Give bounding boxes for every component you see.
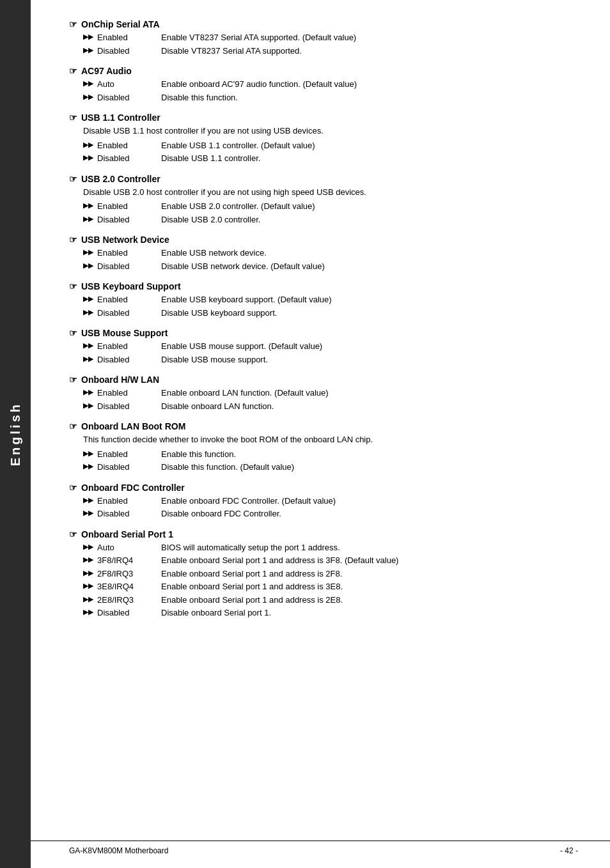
option-key: Disabled	[97, 508, 161, 520]
arrow-icon: ☞	[69, 281, 77, 291]
option-key: Disabled	[97, 152, 161, 165]
option-bullet-icon: ▶▶	[83, 340, 93, 351]
option-key: Enabled	[97, 340, 161, 353]
option-list: ▶▶AutoBIOS will automatically setup the …	[83, 541, 578, 619]
option-item: ▶▶EnabledEnable this function.	[83, 448, 578, 461]
section-title-text: USB Mouse Support	[81, 328, 168, 338]
option-bullet-icon: ▶▶	[83, 293, 93, 304]
option-key: 3E8/IRQ4	[97, 580, 161, 593]
arrow-icon: ☞	[69, 112, 77, 123]
option-description: Disable onboard Serial port 1.	[161, 607, 578, 619]
section-title-usb-mouse-support: ☞USB Mouse Support	[69, 328, 578, 338]
option-bullet-icon: ▶▶	[83, 568, 93, 578]
option-key: Auto	[97, 541, 161, 554]
option-item: ▶▶DisabledDisable onboard FDC Controller…	[83, 508, 578, 520]
option-item: ▶▶EnabledEnable onboard FDC Controller. …	[83, 495, 578, 508]
option-bullet-icon: ▶▶	[83, 78, 93, 89]
sidebar-label: English	[8, 402, 23, 466]
option-list: ▶▶EnabledEnable this function.▶▶Disabled…	[83, 448, 578, 474]
option-bullet-icon: ▶▶	[83, 387, 93, 398]
option-description: Enable USB 1.1 controller. (Default valu…	[161, 139, 578, 152]
option-item: ▶▶DisabledDisable this function. (Defaul…	[83, 461, 578, 474]
option-description: Disable onboard FDC Controller.	[161, 508, 578, 520]
footer: GA-K8VM800M Motherboard - 42 -	[31, 841, 610, 855]
option-bullet-icon: ▶▶	[83, 508, 93, 518]
option-description: Enable onboard Serial port 1 and address…	[161, 594, 578, 607]
option-item: ▶▶3F8/IRQ4Enable onboard Serial port 1 a…	[83, 554, 578, 567]
arrow-icon: ☞	[69, 328, 77, 338]
option-description: Enable onboard AC'97 audio function. (De…	[161, 78, 578, 91]
option-bullet-icon: ▶▶	[83, 247, 93, 258]
sidebar: English	[0, 0, 31, 868]
option-description: Disable USB 1.1 controller.	[161, 152, 578, 165]
section-description: Disable USB 2.0 host controller if you a…	[83, 186, 578, 199]
main-content: ☞OnChip Serial ATA▶▶EnabledEnable VT8237…	[31, 0, 610, 679]
section-title-text: USB Network Device	[81, 235, 169, 245]
section-title-text: Onboard H/W LAN	[81, 375, 159, 385]
option-key: Enabled	[97, 495, 161, 508]
option-key: Enabled	[97, 139, 161, 152]
option-bullet-icon: ▶▶	[83, 307, 93, 318]
option-description: Enable onboard Serial port 1 and address…	[161, 554, 578, 567]
option-key: Disabled	[97, 91, 161, 104]
section-usb-keyboard-support: ☞USB Keyboard Support▶▶EnabledEnable USB…	[69, 281, 578, 319]
option-bullet-icon: ▶▶	[83, 200, 93, 211]
section-title-text: AC97 Audio	[81, 66, 132, 76]
section-title-text: Onboard LAN Boot ROM	[81, 421, 185, 431]
section-description: This function decide whether to invoke t…	[83, 433, 578, 446]
option-bullet-icon: ▶▶	[83, 554, 93, 565]
arrow-icon: ☞	[69, 174, 77, 184]
option-key: Disabled	[97, 213, 161, 226]
section-usb-11-controller: ☞USB 1.1 ControllerDisable USB 1.1 host …	[69, 112, 578, 165]
option-item: ▶▶EnabledEnable USB keyboard support. (D…	[83, 293, 578, 306]
section-title-usb-11-controller: ☞USB 1.1 Controller	[69, 112, 578, 123]
option-list: ▶▶EnabledEnable USB 2.0 controller. (Def…	[83, 200, 578, 226]
option-item: ▶▶DisabledDisable USB keyboard support.	[83, 307, 578, 320]
option-bullet-icon: ▶▶	[83, 400, 93, 411]
option-item: ▶▶DisabledDisable VT8237 Serial ATA supp…	[83, 45, 578, 58]
option-description: Enable onboard FDC Controller. (Default …	[161, 495, 578, 508]
arrow-icon: ☞	[69, 483, 77, 493]
option-key: Disabled	[97, 353, 161, 366]
section-onboard-lan-boot-rom: ☞Onboard LAN Boot ROMThis function decid…	[69, 421, 578, 474]
option-bullet-icon: ▶▶	[83, 152, 93, 163]
option-bullet-icon: ▶▶	[83, 213, 93, 224]
option-description: Disable USB network device. (Default val…	[161, 260, 578, 273]
section-ac97-audio: ☞AC97 Audio▶▶AutoEnable onboard AC'97 au…	[69, 66, 578, 104]
option-description: Enable this function.	[161, 448, 578, 461]
option-item: ▶▶EnabledEnable USB 2.0 controller. (Def…	[83, 200, 578, 213]
option-description: Disable USB 2.0 controller.	[161, 213, 578, 226]
option-list: ▶▶EnabledEnable USB network device.▶▶Dis…	[83, 247, 578, 272]
section-title-ac97-audio: ☞AC97 Audio	[69, 66, 578, 76]
option-description: Disable VT8237 Serial ATA supported.	[161, 45, 578, 58]
option-bullet-icon: ▶▶	[83, 495, 93, 506]
section-onboard-fdc-controller: ☞Onboard FDC Controller▶▶EnabledEnable o…	[69, 483, 578, 520]
option-bullet-icon: ▶▶	[83, 260, 93, 271]
option-description: Disable this function. (Default value)	[161, 461, 578, 474]
option-key: Disabled	[97, 260, 161, 273]
option-description: BIOS will automatically setup the port 1…	[161, 541, 578, 554]
option-description: Disable USB mouse support.	[161, 353, 578, 366]
option-item: ▶▶AutoEnable onboard AC'97 audio functio…	[83, 78, 578, 91]
option-key: 3F8/IRQ4	[97, 554, 161, 567]
option-item: ▶▶2F8/IRQ3Enable onboard Serial port 1 a…	[83, 568, 578, 580]
option-key: Disabled	[97, 45, 161, 58]
section-title-onboard-fdc-controller: ☞Onboard FDC Controller	[69, 483, 578, 493]
option-item: ▶▶EnabledEnable VT8237 Serial ATA suppor…	[83, 31, 578, 44]
option-description: Disable USB keyboard support.	[161, 307, 578, 320]
arrow-icon: ☞	[69, 235, 77, 245]
section-title-text: OnChip Serial ATA	[81, 19, 160, 29]
option-key: Enabled	[97, 387, 161, 399]
sections-container: ☞OnChip Serial ATA▶▶EnabledEnable VT8237…	[69, 19, 578, 619]
section-title-text: Onboard Serial Port 1	[81, 529, 173, 539]
option-list: ▶▶EnabledEnable USB keyboard support. (D…	[83, 293, 578, 319]
option-bullet-icon: ▶▶	[83, 448, 93, 459]
option-bullet-icon: ▶▶	[83, 31, 93, 42]
option-description: Enable USB mouse support. (Default value…	[161, 340, 578, 353]
option-item: ▶▶DisabledDisable this function.	[83, 91, 578, 104]
section-usb-network-device: ☞USB Network Device▶▶EnabledEnable USB n…	[69, 235, 578, 272]
arrow-icon: ☞	[69, 529, 77, 539]
option-key: Enabled	[97, 31, 161, 44]
option-description: Enable VT8237 Serial ATA supported. (Def…	[161, 31, 578, 44]
option-list: ▶▶EnabledEnable USB mouse support. (Defa…	[83, 340, 578, 366]
